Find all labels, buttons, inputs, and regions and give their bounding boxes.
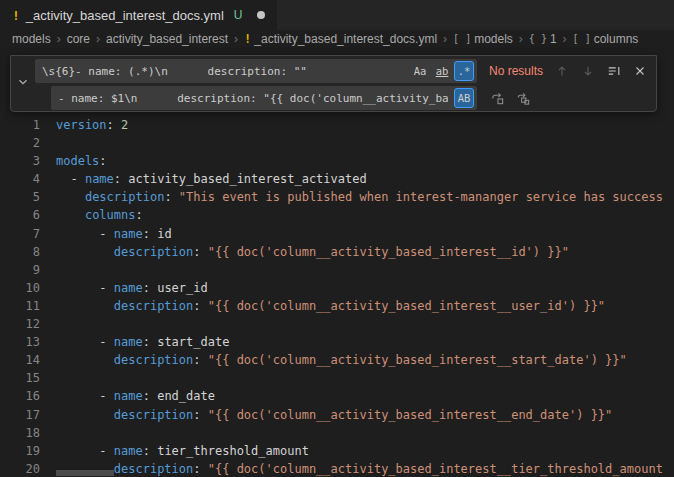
arrow-up-icon <box>555 64 569 78</box>
breadcrumb-separator: › <box>519 32 523 46</box>
line-number: 8 <box>0 243 40 261</box>
breadcrumb-bar: models›core›activity_based_interest›!_ac… <box>0 30 674 47</box>
code-line-text: description: "{{ doc('column__activity_b… <box>56 351 627 369</box>
vscode-window: ! _activity_based_interest_docs.yml U mo… <box>0 0 674 477</box>
line-number: 3 <box>0 152 40 170</box>
code-line[interactable]: 18 <box>0 424 674 442</box>
breadcrumb-item-1[interactable]: { }1 <box>529 32 557 46</box>
breadcrumb-label: core <box>67 32 90 46</box>
find-in-selection-button[interactable] <box>603 61 624 82</box>
match-case-toggle[interactable]: Aa <box>410 61 430 81</box>
breadcrumb-separator: › <box>96 32 100 46</box>
code-line[interactable]: 2 <box>0 134 674 152</box>
code-line[interactable]: 3models: <box>0 152 674 170</box>
code-line[interactable]: 15 <box>0 369 674 387</box>
line-number: 18 <box>0 424 40 442</box>
code-line-text: models: <box>56 152 107 170</box>
code-line[interactable]: 5 description: "This event is published … <box>0 188 674 206</box>
breadcrumb-item-core[interactable]: core <box>67 32 90 46</box>
arrow-down-icon <box>581 64 595 78</box>
code-line-text: description: "{{ doc('column__activity_b… <box>56 406 612 424</box>
breadcrumb-item--activity-based-interest-docs-yml[interactable]: !_activity_based_interest_docs.yml <box>244 32 437 46</box>
code-line-text: description: "{{ doc('column__activity_b… <box>56 297 605 315</box>
find-row: Aa ab .* No results <box>35 59 650 83</box>
code-line[interactable]: 14 description: "{{ doc('column__activit… <box>0 351 674 369</box>
breadcrumb-item-models[interactable]: [ ]models <box>453 32 513 46</box>
code-line[interactable]: 7 - name: id <box>0 225 674 243</box>
line-number: 5 <box>0 188 40 206</box>
code-line-text: description: "This event is published wh… <box>56 188 663 206</box>
preserve-case-toggle[interactable]: AB <box>454 88 474 108</box>
line-number: 19 <box>0 442 40 460</box>
code-line[interactable]: 1version: 2 <box>0 116 674 134</box>
find-widget: Aa ab .* No results <box>10 55 657 112</box>
next-match-button[interactable] <box>577 61 598 82</box>
code-line-text: - name: tier_threshold_amount <box>56 442 309 460</box>
line-number: 6 <box>0 206 40 224</box>
code-line[interactable]: 9 <box>0 261 674 279</box>
find-options: Aa ab .* <box>410 61 474 81</box>
code-line[interactable]: 17 description: "{{ doc('column__activit… <box>0 406 674 424</box>
code-line[interactable]: 16 - name: end_date <box>0 387 674 405</box>
code-line[interactable]: 19 - name: tier_threshold_amount <box>0 442 674 460</box>
chevron-down-icon <box>16 75 30 93</box>
replace-input[interactable] <box>51 86 477 110</box>
toggle-replace-button[interactable] <box>11 56 35 111</box>
breadcrumb-label: models <box>12 32 51 46</box>
code-line[interactable]: 12 <box>0 315 674 333</box>
code-line[interactable]: 10 - name: user_id <box>0 279 674 297</box>
horizontal-scrollbar-thumb[interactable] <box>56 470 114 476</box>
code-line-text: description: "{{ doc('column__activity_b… <box>56 243 569 261</box>
symbol-object-icon: { } <box>529 33 547 44</box>
whole-word-toggle[interactable]: ab <box>432 61 452 81</box>
git-status-badge: U <box>234 8 243 22</box>
line-number: 13 <box>0 333 40 351</box>
line-number: 10 <box>0 279 40 297</box>
replace-button[interactable] <box>487 88 508 109</box>
code-line-text: - name: start_date <box>56 333 229 351</box>
close-find-button[interactable] <box>629 61 650 82</box>
unsaved-changes-dot[interactable] <box>257 11 265 19</box>
line-number: 9 <box>0 261 40 279</box>
breadcrumb-item-models[interactable]: models <box>12 32 51 46</box>
code-line[interactable]: 6 columns: <box>0 206 674 224</box>
breadcrumb-separator: › <box>57 32 61 46</box>
breadcrumb-label: columns <box>594 32 639 46</box>
code-line-text: - name: id <box>56 225 172 243</box>
regex-toggle[interactable]: .* <box>454 61 474 81</box>
line-number: 17 <box>0 406 40 424</box>
line-number: 20 <box>0 460 40 477</box>
code-line-text: - name: activity_based_interest_activate… <box>56 170 367 188</box>
tab-activity-based-interest-docs[interactable]: ! _activity_based_interest_docs.yml U <box>0 0 278 30</box>
code-line-text: description: "{{ doc('column__activity_b… <box>56 460 663 477</box>
find-in-selection-icon <box>607 64 621 78</box>
line-number: 1 <box>0 116 40 134</box>
find-input-wrap: Aa ab .* <box>35 59 477 83</box>
replace-row: AB <box>35 86 650 110</box>
code-line[interactable]: 4 - name: activity_based_interest_activa… <box>0 170 674 188</box>
close-icon <box>633 64 647 78</box>
code-line-text: - name: user_id <box>56 279 208 297</box>
replace-all-button[interactable] <box>513 88 534 109</box>
yaml-file-icon: ! <box>12 8 20 23</box>
line-number: 2 <box>0 134 40 152</box>
code-line-text: - name: end_date <box>56 387 215 405</box>
previous-match-button[interactable] <box>551 61 572 82</box>
breadcrumb-item-columns[interactable]: [ ]columns <box>573 32 639 46</box>
replace-icon <box>490 91 505 106</box>
breadcrumb-separator: › <box>234 32 238 46</box>
replace-all-icon <box>516 91 531 106</box>
code-line-text: columns: <box>56 206 143 224</box>
line-number: 4 <box>0 170 40 188</box>
find-widget-body: Aa ab .* No results <box>35 56 656 111</box>
tab-filename: _activity_based_interest_docs.yml <box>26 8 224 23</box>
breadcrumb-item-activity-based-interest[interactable]: activity_based_interest <box>106 32 228 46</box>
breadcrumb-label: 1 <box>550 32 557 46</box>
line-number: 7 <box>0 225 40 243</box>
breadcrumb-label: activity_based_interest <box>106 32 228 46</box>
code-line[interactable]: 11 description: "{{ doc('column__activit… <box>0 297 674 315</box>
code-line[interactable]: 8 description: "{{ doc('column__activity… <box>0 243 674 261</box>
code-line[interactable]: 13 - name: start_date <box>0 333 674 351</box>
line-number: 12 <box>0 315 40 333</box>
breadcrumb-label: _activity_based_interest_docs.yml <box>254 32 437 46</box>
